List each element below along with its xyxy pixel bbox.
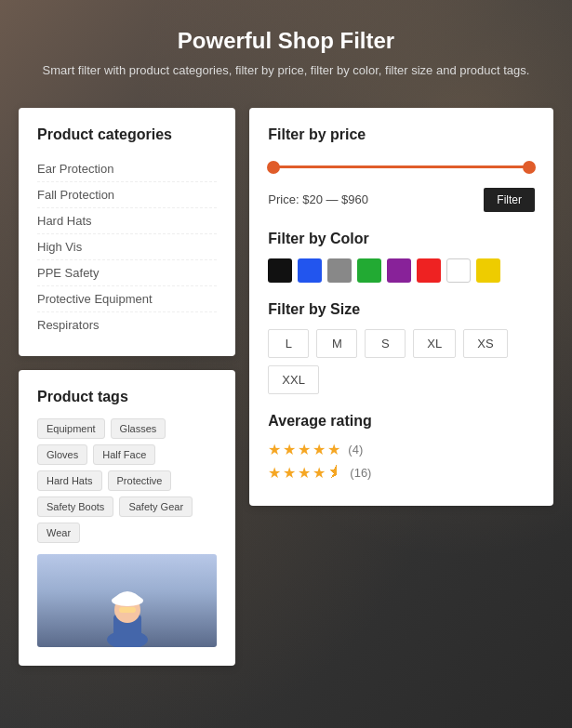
rating-row-4: ★ ★ ★ ★ ⯨ (16) bbox=[268, 464, 535, 482]
category-item[interactable]: Ear Protection bbox=[37, 156, 217, 182]
swatch-purple[interactable] bbox=[387, 258, 411, 283]
tag-protective[interactable]: Protective bbox=[108, 470, 172, 491]
tag-safety-boots[interactable]: Safety Boots bbox=[37, 496, 113, 517]
star-1: ★ bbox=[268, 441, 281, 458]
svg-rect-4 bbox=[119, 607, 136, 613]
rating-row-5: ★ ★ ★ ★ ★ (4) bbox=[268, 441, 535, 458]
categories-title: Product categories bbox=[37, 126, 217, 143]
tag-list: Equipment Glasses Gloves Half Face Hard … bbox=[37, 418, 217, 543]
size-xxl[interactable]: XXL bbox=[268, 365, 319, 394]
swatch-red[interactable] bbox=[417, 258, 441, 283]
swatch-black[interactable] bbox=[268, 258, 292, 283]
category-item[interactable]: Protective Equipment bbox=[37, 286, 217, 312]
category-list: Ear Protection Fall Protection Hard Hats… bbox=[37, 156, 217, 338]
rating-count-4: (16) bbox=[350, 466, 371, 480]
star-4: ★ bbox=[313, 464, 326, 482]
swatch-green[interactable] bbox=[357, 258, 381, 283]
size-xs[interactable]: XS bbox=[463, 329, 507, 358]
star-3: ★ bbox=[298, 464, 311, 482]
size-grid: L M S XL XS XXL bbox=[268, 329, 535, 394]
rating-count-5: (4) bbox=[348, 443, 363, 457]
category-item[interactable]: High Vis bbox=[37, 234, 217, 260]
price-row: Price: $20 — $960 Filter bbox=[268, 188, 535, 212]
category-item[interactable]: Hard Hats bbox=[37, 208, 217, 234]
star-1: ★ bbox=[268, 464, 281, 482]
rating-section: Average rating ★ ★ ★ ★ ★ (4) bbox=[268, 413, 535, 482]
stars-5: ★ ★ ★ ★ ★ bbox=[268, 441, 340, 458]
slider-thumb-left[interactable] bbox=[267, 161, 280, 174]
main-grid: Product categories Ear Protection Fall P… bbox=[19, 108, 553, 666]
color-filter-title: Filter by Color bbox=[268, 231, 535, 247]
slider-thumb-right[interactable] bbox=[523, 161, 536, 174]
tag-glasses[interactable]: Glasses bbox=[111, 418, 166, 439]
filter-button[interactable]: Filter bbox=[484, 188, 535, 212]
price-slider[interactable] bbox=[268, 158, 535, 177]
price-label: Price: $20 — $960 bbox=[268, 192, 368, 206]
tag-wear[interactable]: Wear bbox=[37, 523, 80, 543]
rating-title: Average rating bbox=[268, 413, 535, 430]
size-xl[interactable]: XL bbox=[413, 329, 456, 358]
swatch-gray[interactable] bbox=[327, 258, 352, 283]
filters-card: Filter by price Price: $20 — $960 Filter… bbox=[249, 108, 553, 506]
category-item[interactable]: Respirators bbox=[37, 312, 217, 338]
tag-half-face[interactable]: Half Face bbox=[93, 444, 155, 465]
color-swatches bbox=[268, 258, 535, 283]
tag-equipment[interactable]: Equipment bbox=[37, 418, 105, 439]
tag-gloves[interactable]: Gloves bbox=[37, 444, 87, 465]
color-filter-section: Filter by Color bbox=[268, 231, 535, 283]
size-l[interactable]: L bbox=[268, 329, 309, 358]
star-4: ★ bbox=[313, 441, 326, 458]
star-5-half: ⯨ bbox=[327, 464, 342, 482]
star-5: ★ bbox=[327, 441, 340, 458]
size-filter-title: Filter by Size bbox=[268, 301, 535, 318]
category-item[interactable]: PPE Safety bbox=[37, 260, 217, 286]
size-s[interactable]: S bbox=[365, 329, 406, 358]
category-item[interactable]: Fall Protection bbox=[37, 182, 217, 208]
categories-card: Product categories Ear Protection Fall P… bbox=[19, 108, 235, 356]
stars-4: ★ ★ ★ ★ ⯨ bbox=[268, 464, 342, 482]
swatch-blue[interactable] bbox=[298, 258, 322, 283]
size-m[interactable]: M bbox=[316, 329, 357, 358]
size-filter-section: Filter by Size L M S XL XS XXL bbox=[268, 301, 535, 394]
worker-illustration bbox=[86, 563, 169, 647]
page-title: Powerful Shop Filter bbox=[19, 28, 553, 54]
right-column: Filter by price Price: $20 — $960 Filter… bbox=[249, 108, 553, 666]
star-3: ★ bbox=[298, 441, 311, 458]
swatch-white[interactable] bbox=[446, 258, 471, 283]
star-2: ★ bbox=[283, 464, 296, 482]
star-2: ★ bbox=[283, 441, 296, 458]
tag-safety-gear[interactable]: Safety Gear bbox=[119, 496, 193, 517]
tags-title: Product tags bbox=[37, 389, 217, 405]
swatch-yellow[interactable] bbox=[476, 258, 500, 283]
product-image bbox=[37, 554, 217, 647]
slider-fill bbox=[273, 165, 529, 168]
tag-hard-hats[interactable]: Hard Hats bbox=[37, 470, 102, 491]
left-column: Product categories Ear Protection Fall P… bbox=[19, 108, 235, 666]
price-filter-title: Filter by price bbox=[268, 126, 535, 143]
page-header: Powerful Shop Filter Smart filter with p… bbox=[19, 19, 553, 89]
tags-card: Product tags Equipment Glasses Gloves Ha… bbox=[19, 370, 235, 666]
page-subtitle: Smart filter with product categories, fi… bbox=[19, 61, 553, 80]
price-filter-section: Filter by price Price: $20 — $960 Filter bbox=[268, 126, 535, 212]
